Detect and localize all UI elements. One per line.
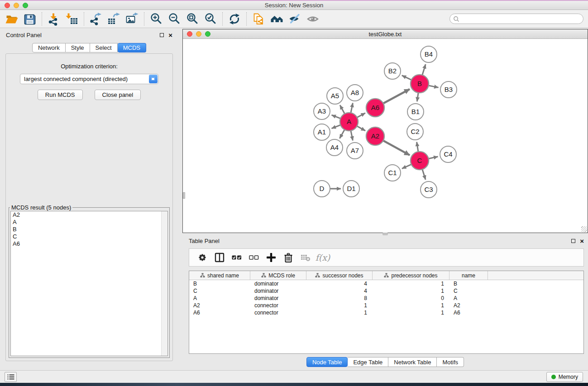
delete-column-button[interactable] xyxy=(280,251,297,264)
cell: connector xyxy=(250,302,306,309)
column-header-name[interactable]: name xyxy=(449,271,488,280)
criterion-select[interactable]: largest connected component (directed) xyxy=(20,74,158,84)
hide-selected-button[interactable] xyxy=(286,11,304,27)
add-column-button[interactable] xyxy=(263,251,280,264)
export-network-icon xyxy=(89,12,103,26)
search-field[interactable] xyxy=(449,14,583,24)
zoom-selected-button[interactable] xyxy=(201,11,220,27)
checked-boxes-icon xyxy=(231,252,243,263)
memory-button[interactable]: Memory xyxy=(546,372,583,382)
table-row-a[interactable]: Adominator80A xyxy=(189,295,583,302)
function-builder-button[interactable]: f(x) xyxy=(314,251,331,264)
column-type-icon xyxy=(200,273,205,278)
export-table-icon xyxy=(107,12,121,26)
result-item-c[interactable]: C xyxy=(11,233,167,240)
clear-table-button[interactable] xyxy=(297,251,314,264)
node-label-D: D xyxy=(320,185,325,192)
control-panel-close-button[interactable]: × xyxy=(168,32,172,38)
tab-style[interactable]: Style xyxy=(66,43,90,52)
table-panel: Table Panel × xyxy=(182,235,588,368)
column-type-icon xyxy=(315,273,320,278)
select-all-button[interactable] xyxy=(228,251,245,264)
zoom-fit-button[interactable] xyxy=(183,11,201,27)
mcds-panel: Optimization criterion: largest connecte… xyxy=(5,53,173,361)
table-settings-button[interactable] xyxy=(194,251,211,264)
mcds-result-list[interactable]: A2ABCA6 xyxy=(10,211,168,356)
export-table-button[interactable] xyxy=(105,11,123,27)
reset-view-button[interactable] xyxy=(268,11,286,27)
column-header-predecessor-nodes[interactable]: predecessor nodes xyxy=(373,271,449,280)
run-mcds-button[interactable]: Run MCDS xyxy=(38,90,83,100)
apply-layout-button[interactable] xyxy=(225,11,244,27)
table-toolbar: f(x) xyxy=(189,248,584,267)
node-label-A7: A7 xyxy=(351,147,359,154)
cell: connector xyxy=(250,310,306,316)
open-session-button[interactable] xyxy=(3,11,21,27)
column-header-shared-name[interactable]: shared name xyxy=(189,271,250,280)
table-panel-float-button[interactable] xyxy=(571,239,575,243)
table-panel-header: Table Panel × xyxy=(182,235,588,247)
optimization-criterion-label: Optimization criterion: xyxy=(6,54,172,70)
import-table-button[interactable] xyxy=(63,11,81,27)
desktop-wallpaper-strip xyxy=(0,383,588,386)
network-minimize-button[interactable] xyxy=(196,31,201,37)
table-body: Bdominator41BCdominator41CAdominator80AA… xyxy=(189,280,583,316)
control-panel-header: Control Panel × xyxy=(2,29,177,41)
table-row-a2[interactable]: A2connector11A2 xyxy=(189,302,583,309)
window-title: Session: New Session xyxy=(0,2,588,9)
tab-select[interactable]: Select xyxy=(90,43,118,52)
node-label-D1: D1 xyxy=(347,185,355,192)
cell: dominator xyxy=(250,295,306,301)
network-window-titlebar[interactable]: testGlobe.txt xyxy=(183,29,588,39)
result-item-a2[interactable]: A2 xyxy=(11,211,167,219)
table-panel-close-button[interactable]: × xyxy=(580,238,584,244)
table-row-c[interactable]: Cdominator41C xyxy=(189,287,583,295)
tab-node-table[interactable]: Node Table xyxy=(306,357,348,367)
toolbar-separator xyxy=(42,12,42,26)
export-network-button[interactable] xyxy=(87,11,105,27)
search-input[interactable] xyxy=(461,15,583,23)
node-label-B: B xyxy=(417,80,422,87)
table-row-a6[interactable]: A6connector11A6 xyxy=(189,309,583,316)
save-session-button[interactable] xyxy=(21,11,39,27)
import-network-icon xyxy=(47,12,61,26)
network-graph[interactable]: AA6A2BCA1A3A4A5A7A8B1B2B3B4C1C2C3C4DD1 xyxy=(183,39,588,233)
tab-mcds[interactable]: MCDS xyxy=(118,43,146,52)
left-splitter-grip[interactable] xyxy=(183,192,185,199)
tab-network[interactable]: Network xyxy=(32,43,66,52)
node-label-B4: B4 xyxy=(425,50,433,58)
zoom-out-button[interactable] xyxy=(165,11,183,27)
result-item-a[interactable]: A xyxy=(11,219,167,226)
node-label-A3: A3 xyxy=(318,107,326,115)
network-zoom-button[interactable] xyxy=(205,31,210,37)
window-resize-grip[interactable] xyxy=(581,226,587,232)
result-item-b[interactable]: B xyxy=(11,226,167,233)
clone-network-button[interactable] xyxy=(249,11,268,27)
tab-motifs[interactable]: Motifs xyxy=(437,357,464,367)
application-window: Session: New Session xyxy=(0,0,588,386)
cell: A2 xyxy=(449,302,488,309)
table-header-row: shared nameMCDS rolesuccessor nodesprede… xyxy=(189,271,583,280)
control-panel-float-button[interactable] xyxy=(160,33,164,37)
deselect-all-button[interactable] xyxy=(245,251,263,264)
show-columns-button[interactable] xyxy=(211,251,228,264)
column-header-successor-nodes[interactable]: successor nodes xyxy=(306,271,373,280)
table-row-b[interactable]: Bdominator41B xyxy=(189,280,583,287)
show-all-button[interactable] xyxy=(304,11,322,27)
tab-edge-table[interactable]: Edge Table xyxy=(348,357,388,367)
import-network-button[interactable] xyxy=(45,11,63,27)
node-label-B3: B3 xyxy=(445,86,453,93)
task-history-button[interactable] xyxy=(5,372,17,382)
zoom-in-button[interactable] xyxy=(147,11,165,27)
export-image-button[interactable] xyxy=(123,11,141,27)
unchecked-boxes-icon xyxy=(248,252,260,263)
result-item-a6[interactable]: A6 xyxy=(11,240,167,248)
close-panel-button[interactable]: Close panel xyxy=(95,90,141,100)
columns-icon xyxy=(214,252,225,263)
column-header-mcds-role[interactable]: MCDS role xyxy=(250,271,306,280)
zoom-fit-icon xyxy=(186,12,199,26)
network-close-button[interactable] xyxy=(187,31,192,37)
toolbar-separator xyxy=(84,12,84,26)
tab-network-table[interactable]: Network Table xyxy=(388,357,437,367)
node-label-C1: C1 xyxy=(388,169,397,176)
